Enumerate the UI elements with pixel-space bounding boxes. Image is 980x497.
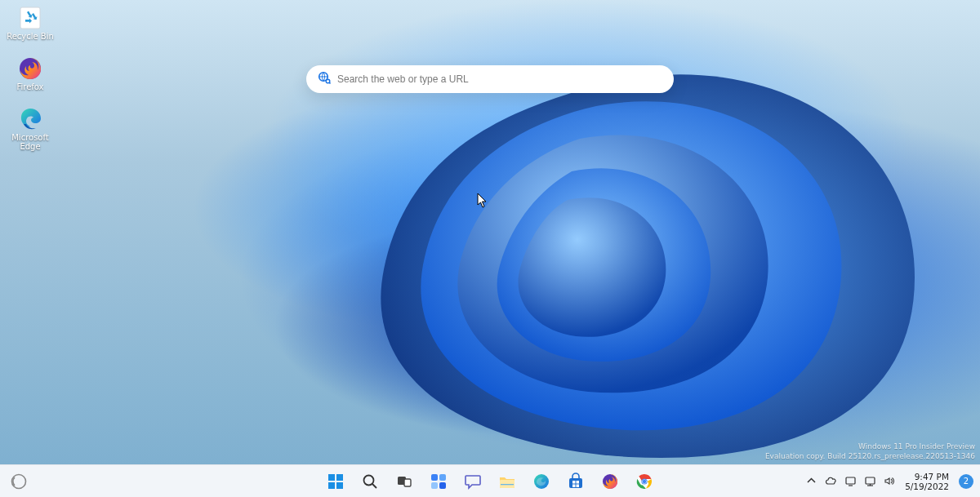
- svg-rect-24: [572, 484, 576, 487]
- svg-rect-14: [431, 474, 438, 481]
- vm-icon: [844, 475, 857, 487]
- app-icon: [10, 473, 28, 490]
- taskbar-search[interactable]: [354, 467, 385, 496]
- desktop-icon-recycle-bin[interactable]: Recycle Bin: [5, 5, 56, 41]
- svg-rect-33: [866, 477, 875, 484]
- desktop-icon-label: Microsoft Edge: [5, 133, 56, 151]
- svg-rect-16: [431, 482, 438, 489]
- network-icon: [864, 475, 876, 487]
- volume-icon: [884, 475, 896, 487]
- cloud-icon: [825, 475, 837, 487]
- svg-rect-7: [336, 474, 343, 481]
- svg-point-10: [364, 475, 374, 485]
- taskbar-widgets[interactable]: [423, 467, 454, 496]
- taskbar-clock[interactable]: 9:47 PM 5/19/2022: [900, 467, 954, 496]
- desktop-search-input[interactable]: [337, 73, 662, 85]
- taskbar-firefox[interactable]: [595, 467, 626, 496]
- desktop-icon-label: Recycle Bin: [7, 32, 54, 41]
- tray-volume[interactable]: [880, 467, 898, 496]
- desktop-icons: Recycle Bin Firefox Microsoft Edge: [5, 5, 56, 151]
- svg-line-4: [329, 82, 331, 84]
- taskbar-store[interactable]: [560, 467, 591, 496]
- bloom-graphic: [245, 33, 980, 465]
- taskbar: 9:47 PM 5/19/2022 2: [0, 464, 980, 497]
- taskbar-corner-app[interactable]: [3, 467, 34, 496]
- svg-line-11: [372, 484, 376, 488]
- taskbar-file-explorer[interactable]: [492, 467, 523, 496]
- svg-rect-8: [328, 482, 335, 489]
- watermark-line2: Evaluation copy. Build 25120.rs_prerelea…: [765, 451, 975, 461]
- svg-point-5: [12, 474, 26, 488]
- taskbar-chat[interactable]: [457, 467, 488, 496]
- web-search-icon: [318, 71, 331, 87]
- svg-rect-22: [572, 481, 576, 484]
- tray-vm[interactable]: [841, 467, 859, 496]
- firefox-icon: [601, 473, 619, 490]
- taskbar-edge[interactable]: [526, 467, 557, 496]
- desktop-icon-edge[interactable]: Microsoft Edge: [5, 106, 56, 151]
- taskbar-chrome[interactable]: [629, 467, 660, 496]
- task-view-icon: [395, 473, 413, 490]
- notification-badge[interactable]: 2: [959, 474, 973, 489]
- widgets-icon: [430, 473, 448, 490]
- taskbar-right: 9:47 PM 5/19/2022 2: [802, 465, 977, 497]
- taskbar-task-view[interactable]: [389, 467, 420, 496]
- clock-time: 9:47 PM: [915, 472, 949, 481]
- clock-date: 5/19/2022: [905, 481, 949, 491]
- svg-rect-9: [336, 482, 343, 489]
- file-explorer-icon: [498, 473, 516, 490]
- svg-rect-0: [20, 7, 40, 29]
- svg-rect-13: [404, 479, 411, 486]
- svg-rect-6: [328, 474, 335, 481]
- tray-onedrive[interactable]: [822, 467, 840, 496]
- svg-rect-19: [501, 484, 514, 485]
- chrome-icon: [635, 473, 653, 490]
- edge-icon: [17, 106, 43, 132]
- svg-point-30: [643, 479, 646, 482]
- tray-overflow[interactable]: [802, 467, 820, 496]
- build-watermark: Windows 11 Pro Insider Preview Evaluatio…: [765, 442, 975, 461]
- taskbar-center: [320, 465, 660, 497]
- desktop-icon-label: Firefox: [16, 82, 43, 91]
- desktop-icon-firefox[interactable]: Firefox: [5, 55, 56, 91]
- desktop-search-bar[interactable]: [306, 65, 674, 93]
- svg-rect-31: [846, 477, 855, 484]
- svg-rect-15: [439, 474, 446, 481]
- watermark-line1: Windows 11 Pro Insider Preview: [765, 442, 975, 451]
- svg-rect-17: [439, 482, 446, 489]
- tray-network[interactable]: [861, 467, 879, 496]
- svg-rect-21: [569, 478, 582, 488]
- taskbar-start[interactable]: [320, 467, 351, 496]
- store-icon: [567, 473, 585, 490]
- search-icon: [361, 473, 379, 490]
- start-icon: [327, 473, 345, 490]
- chat-icon: [464, 473, 482, 490]
- svg-rect-25: [577, 484, 580, 487]
- firefox-icon: [17, 55, 43, 82]
- recycle-bin-icon: [17, 5, 43, 31]
- chevron-up-icon: [805, 475, 817, 487]
- edge-icon: [532, 473, 550, 490]
- svg-rect-23: [577, 481, 580, 484]
